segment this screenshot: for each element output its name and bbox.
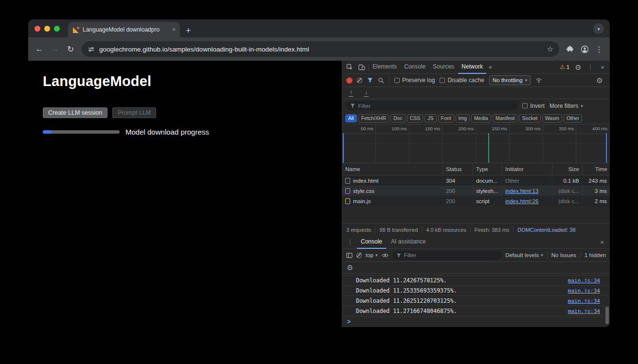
disable-cache-checkbox[interactable]: Disable cache <box>440 77 484 84</box>
chip-all[interactable]: All <box>345 114 357 122</box>
browser-menu-icon[interactable]: ⋮ <box>592 42 606 56</box>
clear-console-icon[interactable] <box>356 253 362 258</box>
chip-other[interactable]: Other <box>564 114 582 122</box>
network-filter-input[interactable] <box>346 101 517 110</box>
network-settings-icon[interactable]: ⚙ <box>594 74 605 86</box>
request-row-main-js[interactable]: main.js 200 script index.html:26 (disk c… <box>342 196 610 206</box>
chevron-down-icon: ▾ <box>375 253 378 258</box>
checkbox-icon <box>522 103 528 108</box>
page-title: LanguageModel <box>43 73 327 89</box>
chip-css[interactable]: CSS <box>407 114 424 122</box>
issues-counter[interactable]: ⚠ 1 <box>557 64 572 70</box>
tab-sources[interactable]: Sources <box>429 61 458 74</box>
source-link[interactable]: main.js:34 <box>568 298 600 304</box>
chevron-down-icon: ▾ <box>541 253 543 258</box>
create-llm-session-button[interactable]: Create LLM session <box>43 107 107 118</box>
source-link[interactable]: main.js:34 <box>568 277 600 284</box>
network-toolbar: Preserve log Disable cache No throttling… <box>342 74 610 87</box>
chip-wasm[interactable]: Wasm <box>542 114 562 122</box>
extensions-puzzle-icon[interactable] <box>563 42 577 56</box>
chip-media[interactable]: Media <box>471 114 491 122</box>
column-name[interactable]: Name <box>342 163 443 175</box>
console-filter-field[interactable] <box>404 252 497 258</box>
devtools-close-icon[interactable]: × <box>597 61 608 73</box>
console-filter-input[interactable] <box>392 251 502 260</box>
chevron-down-icon: ▾ <box>525 78 528 83</box>
issues-status[interactable]: No Issues <box>551 252 576 258</box>
tab-elements[interactable]: Elements <box>369 61 400 74</box>
console-prompt[interactable]: > <box>342 316 610 327</box>
bookmark-star-icon[interactable]: ☆ <box>547 45 553 53</box>
column-initiator[interactable]: Initiator <box>502 163 552 175</box>
drawer-tab-console[interactable]: Console <box>357 236 386 249</box>
preserve-log-checkbox[interactable]: Preserve log <box>394 77 435 84</box>
filter-text-field[interactable] <box>358 103 514 109</box>
device-toolbar-icon[interactable] <box>356 61 368 73</box>
warning-count: 1 <box>567 64 569 70</box>
more-filters-dropdown[interactable]: More filters ▾ <box>549 103 583 109</box>
console-settings-gear-icon[interactable]: ⚙ <box>347 264 353 271</box>
chip-doc[interactable]: Doc <box>390 114 406 122</box>
column-size[interactable]: Size <box>552 163 583 175</box>
invert-checkbox[interactable]: Invert <box>522 103 545 109</box>
search-icon[interactable] <box>378 77 384 84</box>
inspect-element-icon[interactable] <box>344 61 355 73</box>
chip-font[interactable]: Font <box>438 114 454 122</box>
context-selector[interactable]: top ▾ <box>366 252 378 258</box>
back-button[interactable]: ← <box>32 42 47 56</box>
network-conditions-icon[interactable] <box>535 77 542 83</box>
devtools-settings-icon[interactable]: ⚙ <box>572 61 584 73</box>
import-har-icon[interactable]: ↑ <box>348 89 354 97</box>
reload-button[interactable]: ↻ <box>63 42 78 56</box>
site-info-icon[interactable] <box>88 46 95 53</box>
maximize-window-button[interactable] <box>54 26 60 32</box>
browser-tab[interactable]: LanguageModel downloadpro × <box>68 22 180 37</box>
url-text: googlechrome.github.io/samples/downloadi… <box>99 46 543 53</box>
chip-js[interactable]: JS <box>425 114 436 122</box>
drawer-menu-icon[interactable]: ⋮ <box>344 236 356 248</box>
column-time[interactable]: Time <box>583 163 610 175</box>
live-expression-eye-icon[interactable] <box>382 253 389 258</box>
chip-socket[interactable]: Socket <box>519 114 540 122</box>
drawer-close-icon[interactable]: × <box>596 236 608 248</box>
close-window-button[interactable] <box>35 26 40 32</box>
filter-toggle-icon[interactable] <box>367 77 373 83</box>
tab-console[interactable]: Console <box>401 61 429 74</box>
request-row-index-html[interactable]: index.html 304 docum... Other 0.1 kB 243… <box>342 175 610 186</box>
console-sidebar-icon[interactable] <box>346 252 353 259</box>
initiator-link[interactable]: index.html:26 <box>505 198 538 204</box>
model-progress-fill <box>43 130 52 134</box>
chip-fetch-xhr[interactable]: Fetch/XHR <box>358 114 389 122</box>
prompt-llm-button[interactable]: Prompt LLM <box>112 107 156 118</box>
hidden-messages-count[interactable]: 1 hidden <box>585 252 606 258</box>
tab-network[interactable]: Network <box>458 61 486 74</box>
record-icon[interactable] <box>347 78 352 83</box>
devtools-menu-icon[interactable]: ⋮ <box>585 61 596 73</box>
profile-avatar-icon[interactable] <box>578 42 591 56</box>
content-area: LanguageModel Create LLM session Prompt … <box>28 61 610 327</box>
clear-network-icon[interactable] <box>357 78 362 83</box>
drawer-tab-ai-assistance[interactable]: AI assistance <box>387 236 429 249</box>
log-levels-dropdown[interactable]: Default levels ▾ <box>505 252 543 258</box>
initiator-link[interactable]: index.html:13 <box>505 188 538 194</box>
tab-search-button[interactable]: ▾ <box>593 23 604 34</box>
network-timeline-overview[interactable]: 50 ms 100 ms 150 ms 200 ms 250 ms 300 ms… <box>342 124 610 163</box>
more-panels-icon[interactable]: » <box>487 64 494 70</box>
column-status[interactable]: Status <box>443 163 473 175</box>
minimize-window-button[interactable] <box>44 26 50 32</box>
source-link[interactable]: main.js:34 <box>568 288 600 294</box>
scrollbar-thumb[interactable] <box>605 307 609 324</box>
address-bar[interactable]: googlechrome.github.io/samples/downloadi… <box>82 41 559 57</box>
new-tab-button[interactable]: + <box>186 26 191 35</box>
timeline-ruler-line <box>342 133 610 134</box>
chip-manifest[interactable]: Manifest <box>493 114 518 122</box>
request-row-style-css[interactable]: style.css 200 stylesh... index.html:13 (… <box>342 186 610 196</box>
source-link[interactable]: main.js:34 <box>568 308 600 314</box>
export-har-icon[interactable]: ↓ <box>363 89 370 97</box>
throttling-dropdown[interactable]: No throttling ▾ <box>489 75 531 85</box>
chip-img[interactable]: Img <box>456 114 470 122</box>
network-filter-row: Invert More filters ▾ <box>342 99 610 112</box>
tab-close-icon[interactable]: × <box>172 26 176 33</box>
column-type[interactable]: Type <box>473 163 502 175</box>
progress-label: Model download progress <box>125 128 209 136</box>
